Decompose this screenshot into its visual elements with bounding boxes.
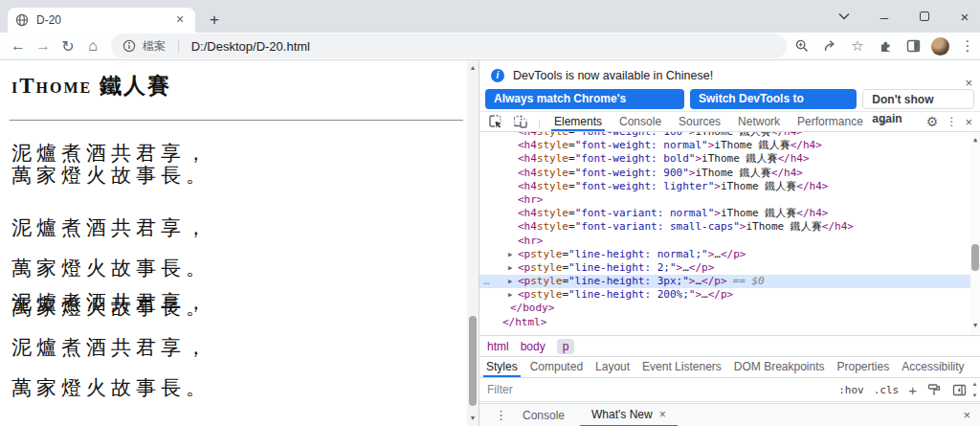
side-panel-icon[interactable] <box>903 36 923 56</box>
toggle-class-button[interactable]: .cls <box>874 384 900 396</box>
back-button[interactable]: ← <box>6 34 31 58</box>
more-tabs-icon[interactable]: » <box>872 112 896 131</box>
toggle-hover-state-button[interactable]: :hov <box>838 384 864 396</box>
dont-show-again-button[interactable]: Don't show again <box>862 89 974 109</box>
tab-close-icon[interactable]: × <box>172 12 188 28</box>
drawer-tab-close-icon[interactable]: × <box>659 408 666 421</box>
scroll-down-icon[interactable]: ▼ <box>970 320 980 331</box>
url-scheme-chip: 檔案 <box>143 38 166 55</box>
styles-filter-input[interactable] <box>479 383 829 396</box>
notification-message: DevTools is now available in Chinese! <box>513 69 713 82</box>
match-language-button[interactable]: Always match Chrome's language <box>485 89 684 109</box>
poem-paragraph-line-height-3px: 泥爐煮酒共君享， 萬家燈火故事長。 <box>11 301 467 310</box>
code-line[interactable]: <hr> <box>479 193 970 207</box>
code-line[interactable]: </html> <box>479 316 970 329</box>
bookmark-star-icon[interactable]: ☆ <box>848 36 867 56</box>
devtools-notification: i DevTools is now available in Chinese! … <box>479 60 980 112</box>
computed-sidebar-panel-icon[interactable] <box>951 383 967 396</box>
code-line[interactable]: ▶<p style="line-height: 2;">…</p> <box>479 261 970 275</box>
new-tab-button[interactable]: + <box>203 9 226 32</box>
address-bar[interactable]: 檔案 ｜ D:/Desktop/D-20.html <box>111 34 787 58</box>
extensions-puzzle-icon[interactable] <box>876 36 895 56</box>
reload-button[interactable]: ↻ <box>56 34 80 58</box>
dom-breadcrumb: html body p <box>479 336 980 357</box>
breadcrumb-p[interactable]: p <box>557 339 575 354</box>
poem-line: 萬家燈火故事長。 <box>11 165 467 187</box>
tab-elements[interactable]: Elements <box>546 112 611 131</box>
tab-dom-breakpoints[interactable]: DOM Breakpoints <box>728 357 831 377</box>
breadcrumb-html[interactable]: html <box>487 340 509 353</box>
maximize-button[interactable] <box>917 9 932 24</box>
info-icon: i <box>491 69 504 82</box>
window-controls: – × <box>836 4 972 29</box>
forward-button[interactable]: → <box>31 34 56 58</box>
elements-scrollbar[interactable]: ▲ ▼ <box>970 132 980 335</box>
home-button[interactable]: ⌂ <box>80 34 105 58</box>
code-line[interactable]: <h4 style="font-weight: 100">iThome 鐵人賽<… <box>479 132 970 139</box>
expand-arrow-icon[interactable]: ▶ <box>508 275 518 288</box>
code-line[interactable]: <h4 style="font-variant: small-caps">iTh… <box>479 220 970 234</box>
browser-window: D-20 × + – × ← → ↻ ⌂ 檔案 ｜ D:/Desktop/D-2… <box>0 0 980 426</box>
switch-to-chinese-button[interactable]: Switch DevTools to Chinese <box>690 89 857 109</box>
scroll-up-icon[interactable]: ▲ <box>467 62 479 74</box>
scrollbar-thumb[interactable] <box>469 316 477 406</box>
tab-console[interactable]: Console <box>611 112 670 131</box>
tab-event-listeners[interactable]: Event Listeners <box>636 357 727 377</box>
profile-avatar[interactable] <box>931 37 949 56</box>
scrollbar-thumb[interactable] <box>971 244 979 271</box>
settings-gear-icon[interactable]: ⚙ <box>926 114 939 129</box>
code-line[interactable]: <h4 style="font-weight: bold">iThome 鐵人賽… <box>479 152 970 166</box>
code-line[interactable]: <h4 style="font-weight: 900">iThome 鐵人賽<… <box>479 167 970 180</box>
code-line[interactable]: …▶<p style="line-height: 3px;">…</p>== $… <box>479 275 970 288</box>
styles-scrollbar[interactable]: ▲ ▼ <box>969 379 980 401</box>
close-window-button[interactable]: × <box>957 9 972 24</box>
tab-layout[interactable]: Layout <box>590 357 635 377</box>
code-line[interactable]: ▶<p style="line-height: normal;">…</p> <box>479 248 970 261</box>
page-info-icon[interactable] <box>122 39 136 53</box>
search-tabs-icon[interactable] <box>836 9 852 24</box>
new-style-rule-icon[interactable]: + <box>908 382 917 398</box>
tab-network[interactable]: Network <box>729 112 789 131</box>
rendering-emulation-icon[interactable] <box>926 383 942 396</box>
devtools-menu-icon[interactable]: ⋮ <box>946 115 957 128</box>
devtools-close-icon[interactable]: × <box>965 115 972 129</box>
toolbar-actions: ☆ ⋮ <box>792 36 977 56</box>
expand-arrow-icon[interactable]: ▶ <box>508 261 518 275</box>
page-scrollbar[interactable]: ▲ ▼ <box>467 60 479 426</box>
drawer-menu-icon[interactable]: ⋮ <box>495 408 507 422</box>
expand-arrow-icon[interactable]: ▶ <box>508 248 518 261</box>
tab-sources[interactable]: Sources <box>670 112 729 131</box>
tab-styles[interactable]: Styles <box>480 357 523 377</box>
scroll-up-icon[interactable]: ▲ <box>970 134 980 146</box>
code-line[interactable]: <h4 style="font-variant: normal">iThome … <box>479 207 970 220</box>
tab-computed[interactable]: Computed <box>524 357 589 377</box>
code-line[interactable]: ▶<p style="line-height: 200%;">…</p> <box>479 288 970 302</box>
notification-close-icon[interactable]: × <box>965 76 972 90</box>
code-line[interactable]: <h4 style="font-weight: normal">iThome 鐵… <box>479 139 970 152</box>
devtools-drawer: ⋮ Console What's New × × <box>479 403 980 426</box>
browser-tab[interactable]: D-20 × <box>8 8 195 33</box>
tab-properties[interactable]: Properties <box>832 357 896 377</box>
browser-menu-icon[interactable]: ⋮ <box>958 36 977 56</box>
styles-filter-bar: :hov .cls + ▲ ▼ <box>479 378 980 402</box>
drawer-tab-console[interactable]: Console <box>511 404 576 426</box>
code-line[interactable]: <hr> <box>479 235 970 248</box>
breadcrumb-body[interactable]: body <box>521 340 546 353</box>
poem-paragraph-line-height-normal: 泥爐煮酒共君享， 萬家燈火故事長。 <box>11 143 467 187</box>
tab-accessibility[interactable]: Accessibility <box>896 357 969 377</box>
scroll-down-icon[interactable]: ▼ <box>467 413 479 424</box>
zoom-indicator-icon[interactable] <box>792 36 812 56</box>
page-heading: iThome 鐵人賽 <box>11 72 467 100</box>
poem-line: 萬家燈火故事長。 <box>11 248 467 288</box>
expand-arrow-icon[interactable]: ▶ <box>508 288 518 302</box>
drawer-tab-whats-new[interactable]: What's New × <box>580 404 678 426</box>
scroll-down-icon[interactable]: ▼ <box>969 391 980 401</box>
row-overflow-icon[interactable]: … <box>483 275 491 288</box>
share-icon[interactable] <box>820 36 839 56</box>
tab-performance[interactable]: Performance <box>789 112 872 131</box>
code-line[interactable]: </body> <box>479 302 970 315</box>
scroll-up-icon[interactable]: ▲ <box>969 379 980 390</box>
minimize-button[interactable]: – <box>877 9 892 24</box>
code-line[interactable]: <h4 style="font-weight: lighter">iThome … <box>479 180 970 193</box>
drawer-close-icon[interactable]: × <box>963 408 970 422</box>
